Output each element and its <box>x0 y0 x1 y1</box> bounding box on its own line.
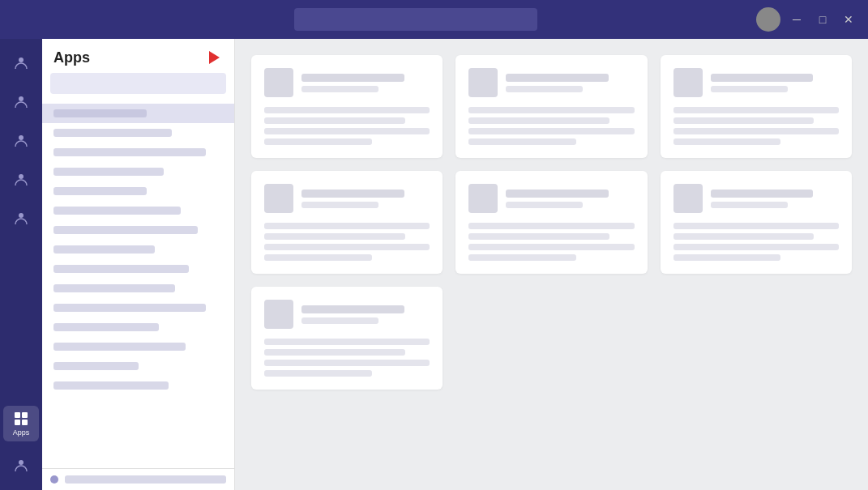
card-title-skeleton <box>301 190 404 198</box>
item-skeleton <box>53 245 155 254</box>
panel-list <box>42 100 234 468</box>
calls-icon <box>13 211 29 227</box>
item-skeleton <box>53 129 172 137</box>
card-line <box>673 244 839 250</box>
chat-icon <box>13 94 29 110</box>
card-line <box>468 223 634 229</box>
card-body <box>264 339 430 377</box>
app-card[interactable] <box>251 55 443 158</box>
list-item[interactable] <box>42 104 234 123</box>
list-item[interactable] <box>42 123 234 143</box>
card-thumbnail <box>468 184 498 213</box>
card-header <box>468 68 634 97</box>
list-item[interactable] <box>42 317 234 337</box>
maximize-button[interactable]: □ <box>813 10 832 29</box>
list-item[interactable] <box>42 181 234 201</box>
people-icon <box>13 458 29 474</box>
svg-point-4 <box>19 213 24 218</box>
card-header <box>468 184 634 213</box>
item-skeleton <box>53 284 175 292</box>
item-skeleton <box>53 226 198 234</box>
sidebar-item-apps[interactable]: Apps <box>3 406 39 441</box>
list-item[interactable] <box>42 162 234 181</box>
titlebar-center <box>75 8 756 31</box>
card-subtitle-skeleton <box>301 202 378 208</box>
apps-icon <box>13 411 29 427</box>
card-subtitle-skeleton <box>711 86 788 92</box>
card-title-skeleton <box>711 190 814 198</box>
list-item[interactable] <box>42 298 234 317</box>
card-thumbnail <box>673 184 703 213</box>
card-thumbnail <box>264 184 293 213</box>
card-body <box>264 223 430 261</box>
app-card[interactable] <box>661 55 852 158</box>
activity-icon <box>13 55 29 71</box>
card-body <box>468 223 634 261</box>
sidebar-item-teams[interactable] <box>3 123 39 159</box>
list-item[interactable] <box>42 279 234 298</box>
app-card[interactable] <box>455 171 647 274</box>
card-thumbnail <box>264 68 293 97</box>
card-line <box>468 233 609 240</box>
app-card[interactable] <box>661 171 852 274</box>
card-header-lines <box>506 68 634 97</box>
card-subtitle-skeleton <box>506 86 583 92</box>
app-card[interactable] <box>455 55 647 158</box>
card-line <box>264 128 430 134</box>
avatar[interactable] <box>756 7 780 32</box>
item-skeleton <box>53 381 169 390</box>
card-header-lines <box>301 184 430 213</box>
card-line <box>673 233 815 240</box>
card-body <box>468 107 634 145</box>
minimize-button[interactable]: ─ <box>787 10 806 29</box>
panel-title: Apps <box>53 49 90 66</box>
card-header <box>673 68 839 97</box>
card-thumbnail <box>264 300 293 329</box>
sidebar-item-activity[interactable] <box>3 45 39 81</box>
expand-panel-button[interactable] <box>205 49 223 66</box>
svg-point-0 <box>19 58 24 62</box>
list-item[interactable] <box>42 220 234 240</box>
item-skeleton <box>53 207 181 215</box>
item-skeleton <box>53 265 189 273</box>
close-button[interactable]: ✕ <box>839 10 858 29</box>
list-item[interactable] <box>42 143 234 162</box>
item-skeleton <box>53 168 164 176</box>
list-item[interactable] <box>42 259 234 279</box>
card-thumbnail <box>673 68 703 97</box>
card-line <box>264 244 430 250</box>
panel-header: Apps <box>42 39 234 73</box>
list-item[interactable] <box>42 337 234 356</box>
card-body <box>264 107 430 145</box>
item-skeleton <box>53 323 159 331</box>
card-subtitle-skeleton <box>711 202 788 208</box>
sidebar-item-calls[interactable] <box>3 201 39 236</box>
content-area <box>235 39 868 490</box>
search-input[interactable] <box>294 8 537 31</box>
card-line <box>673 254 781 261</box>
item-skeleton <box>53 304 206 312</box>
svg-rect-7 <box>15 420 20 425</box>
item-skeleton <box>53 187 147 195</box>
list-item[interactable] <box>42 376 234 395</box>
svg-rect-5 <box>15 412 20 418</box>
list-item[interactable] <box>42 201 234 220</box>
card-header-lines <box>506 184 634 213</box>
list-item[interactable] <box>42 240 234 259</box>
card-line <box>468 117 609 124</box>
app-card[interactable] <box>251 287 443 390</box>
card-line <box>264 107 430 113</box>
sidebar-item-chat[interactable] <box>3 84 39 120</box>
sidebar-item-people[interactable] <box>3 448 39 484</box>
panel-search-input[interactable] <box>50 73 226 94</box>
sidebar-item-calendar[interactable] <box>3 162 39 198</box>
item-skeleton <box>53 343 186 351</box>
list-item[interactable] <box>42 356 234 376</box>
card-line <box>673 223 839 229</box>
card-line <box>468 254 576 261</box>
app-card[interactable] <box>251 171 443 274</box>
footer-skeleton <box>65 475 226 484</box>
svg-rect-8 <box>22 420 28 425</box>
svg-point-1 <box>19 96 24 101</box>
expand-icon <box>209 51 220 64</box>
